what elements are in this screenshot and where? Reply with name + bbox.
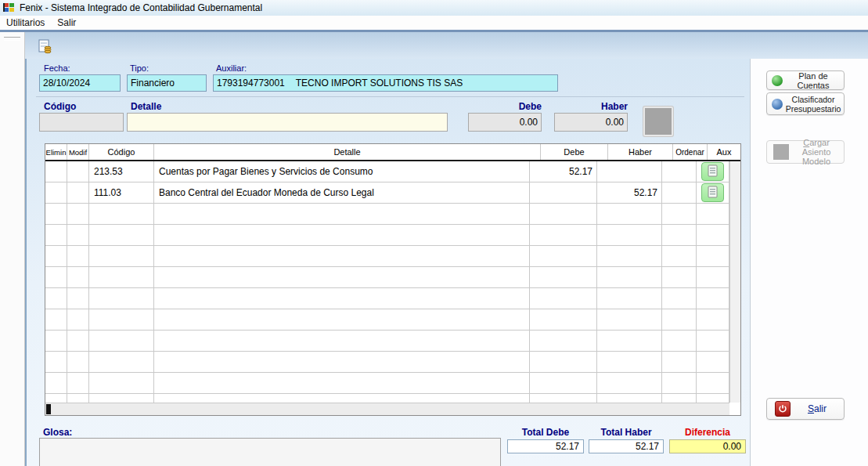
fecha-input[interactable]: 28/10/2024: [39, 74, 121, 92]
auxiliar-label: Auxiliar:: [216, 63, 247, 73]
table-row[interactable]: [45, 288, 729, 309]
cell-modif: [67, 373, 89, 394]
cell-debe: [530, 373, 597, 394]
codigo-input[interactable]: [39, 113, 124, 132]
cell-haber: [597, 246, 662, 267]
green-sphere-icon: [772, 75, 783, 86]
new-voucher-button[interactable]: [36, 38, 53, 55]
cell-detalle: [154, 309, 530, 331]
cell-ordenar: [662, 246, 697, 267]
menu-salir[interactable]: Salir: [51, 16, 82, 29]
table-row[interactable]: [45, 309, 729, 331]
table-row[interactable]: 111.03Banco Central del Ecuador Moneda d…: [45, 182, 729, 204]
cell-aux: [697, 267, 729, 288]
cell-elimin: [45, 352, 67, 373]
app-icon: [3, 2, 16, 14]
glosa-textarea[interactable]: Pago del Comprobante : GAS-2024-OCT-0001…: [39, 438, 501, 466]
aux-detail-button[interactable]: [701, 162, 724, 181]
cell-aux: [697, 225, 729, 246]
salir-button[interactable]: Salir: [766, 398, 845, 420]
cell-codigo: [89, 246, 154, 267]
table-row[interactable]: [45, 246, 729, 267]
debe-input[interactable]: 0.00: [468, 113, 542, 132]
table-row[interactable]: [45, 267, 729, 288]
clasificador-presupuestario-button[interactable]: Clasificador Presupuestario: [766, 92, 845, 115]
cell-codigo: [89, 352, 154, 373]
cell-codigo: [89, 225, 154, 246]
cell-debe: [530, 309, 597, 331]
auxiliar-name: TECNO IMPORT SOLUTIONS TIS SAS: [296, 78, 463, 89]
cell-ordenar: [662, 225, 697, 246]
header-elimin: Elimin: [45, 144, 67, 160]
scrollbar-corner: [729, 403, 740, 415]
cell-elimin: [45, 182, 67, 204]
cell-detalle: [154, 267, 530, 288]
aux-detail-button[interactable]: [701, 183, 724, 202]
table-row[interactable]: 213.53Cuentas por Pagar Bienes y Servici…: [45, 161, 729, 182]
cell-modif: [67, 331, 89, 352]
auxiliar-input[interactable]: 1793194773001 TECNO IMPORT SOLUTIONS TIS…: [213, 74, 558, 92]
cell-modif: [67, 288, 89, 309]
cell-debe: [530, 182, 597, 204]
cell-debe: [530, 204, 597, 225]
cell-detalle: [154, 225, 530, 246]
gray-square-icon: [773, 144, 789, 160]
cell-aux: [697, 288, 729, 309]
cell-codigo: 111.03: [89, 182, 154, 204]
cell-detalle: [154, 352, 530, 373]
blue-sphere-icon: [772, 99, 783, 110]
table-row[interactable]: [45, 225, 729, 246]
table-row[interactable]: [45, 352, 729, 373]
entries-table: Elimin Modif Código Detalle Debe Haber O…: [45, 143, 741, 416]
header-debe: Debe: [541, 144, 608, 160]
cell-aux: [697, 309, 729, 331]
cell-elimin: [45, 394, 67, 403]
debe-label: Debe: [517, 101, 542, 112]
vertical-scrollbar[interactable]: [729, 161, 740, 403]
cell-codigo: [89, 309, 154, 331]
cell-ordenar: [662, 267, 697, 288]
auxiliar-ruc: 1793194773001: [217, 78, 285, 89]
table-row[interactable]: [45, 394, 729, 403]
cell-debe: [530, 288, 597, 309]
table-row[interactable]: [45, 331, 729, 352]
cell-modif: [67, 267, 89, 288]
cell-ordenar: [662, 352, 697, 373]
codigo-label: Código: [44, 101, 76, 112]
table-row[interactable]: [45, 373, 729, 394]
cargar-asiento-label: Cargar Asiento Modelo: [789, 138, 844, 166]
horizontal-scrollbar[interactable]: [45, 403, 729, 415]
cell-codigo: [89, 288, 154, 309]
detalle-label: Detalle: [131, 101, 161, 112]
cell-elimin: [45, 204, 67, 225]
diferencia-label: Diferencia: [669, 427, 746, 438]
left-panel-grip[interactable]: [4, 37, 20, 41]
cell-ordenar: [662, 204, 697, 225]
power-icon: [775, 401, 791, 417]
cell-elimin: [45, 161, 67, 182]
cell-aux: [697, 182, 729, 204]
cell-debe: [530, 267, 597, 288]
cell-haber: 52.17: [597, 182, 662, 204]
menu-utilitarios[interactable]: Utilitarios: [0, 16, 51, 29]
haber-input[interactable]: 0.00: [554, 113, 628, 132]
cell-aux: [697, 352, 729, 373]
plan-de-cuentas-button[interactable]: Plan de Cuentas: [766, 70, 845, 90]
cell-codigo: 213.53: [89, 161, 154, 182]
cell-modif: [67, 352, 89, 373]
cell-haber: [597, 267, 662, 288]
add-line-button[interactable]: [643, 107, 673, 136]
cell-detalle: [154, 246, 530, 267]
detalle-input[interactable]: [127, 113, 448, 132]
cell-modif: [67, 182, 89, 204]
cell-codigo: [89, 331, 154, 352]
header-modif: Modif: [67, 144, 89, 160]
cell-debe: [530, 331, 597, 352]
tipo-input[interactable]: Financiero: [127, 74, 207, 92]
cell-modif: [67, 204, 89, 225]
cell-debe: [530, 225, 597, 246]
table-row[interactable]: [45, 204, 729, 225]
horizontal-scroll-thumb[interactable]: [46, 404, 51, 414]
header-codigo: Código: [89, 144, 154, 160]
title-bar: Fenix - Sistema Integrado de Contabilida…: [0, 0, 868, 16]
